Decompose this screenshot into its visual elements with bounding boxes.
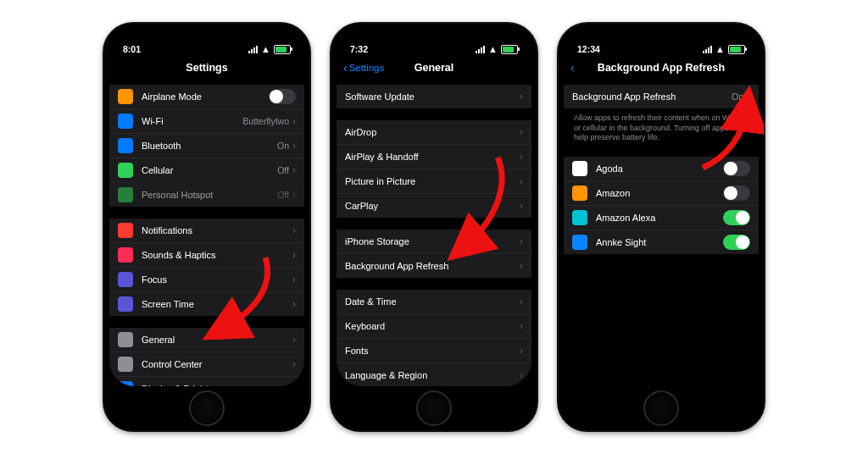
chevron-right-icon: ›: [520, 296, 523, 307]
row-label: Language & Region: [345, 370, 520, 380]
settings-row[interactable]: Language & Region›: [337, 363, 531, 386]
wifi-icon: ▲: [261, 45, 270, 54]
phone-bg-refresh: 12:34 ▲ ‹ Background App Refresh Backgro…: [557, 22, 765, 432]
app-icon: [118, 296, 133, 312]
chevron-right-icon: ›: [292, 140, 296, 152]
status-time: 12:34: [577, 44, 600, 54]
battery-icon: [274, 45, 291, 54]
row-value: On: [732, 91, 743, 102]
chevron-right-icon: ›: [520, 369, 523, 381]
row-label: Personal Hotspot: [142, 190, 277, 200]
page-title: Background App Refresh: [598, 62, 725, 74]
toggle-switch[interactable]: [723, 235, 750, 250]
phone-general: 7:32 ▲ ‹ Settings General Software Updat…: [330, 22, 538, 432]
row-label: Notifications: [142, 225, 292, 235]
back-label: Settings: [349, 63, 385, 73]
phone-settings-root: 8:01 ▲ Settings Airplane ModeWi-FiButter…: [103, 22, 311, 432]
row-label: Cellular: [142, 165, 277, 175]
chevron-right-icon: ›: [520, 126, 523, 138]
battery-icon: [501, 45, 518, 54]
chevron-right-icon: ›: [520, 260, 523, 272]
settings-row[interactable]: CellularOff›: [109, 158, 304, 182]
settings-row[interactable]: Personal HotspotOff›: [109, 182, 304, 207]
cellular-signal-icon: [248, 46, 258, 53]
settings-row[interactable]: Display & Brightness›: [109, 376, 304, 386]
app-icon: [118, 272, 133, 287]
app-icon: [118, 89, 133, 104]
row-label: Software Update: [345, 91, 520, 102]
settings-row[interactable]: Keyboard›: [337, 313, 531, 338]
chevron-right-icon: ›: [520, 345, 523, 357]
row-label: Wi-Fi: [142, 116, 242, 126]
cellular-signal-icon: [703, 46, 712, 53]
settings-row[interactable]: Airplane Mode: [109, 85, 304, 108]
row-label: Airplane Mode: [142, 91, 269, 102]
tutorial-three-phones: 8:01 ▲ Settings Airplane ModeWi-FiButter…: [0, 0, 868, 454]
row-value: Butterflytwo: [242, 116, 289, 126]
dynamic-island: [632, 32, 690, 49]
power-button: [309, 134, 311, 181]
row-label: Bluetooth: [142, 141, 277, 151]
settings-row[interactable]: Amazon: [564, 180, 759, 205]
chevron-right-icon: ›: [747, 91, 750, 102]
chevron-right-icon: ›: [292, 189, 296, 201]
app-icon: [572, 161, 587, 176]
back-button[interactable]: ‹ Settings: [343, 62, 384, 75]
settings-row[interactable]: AirDrop›: [337, 120, 531, 144]
chevron-right-icon: ›: [520, 151, 523, 163]
wifi-icon: ▲: [715, 45, 725, 54]
settings-group: Airplane ModeWi-FiButterflytwo›Bluetooth…: [109, 85, 304, 207]
app-icon: [118, 138, 133, 153]
toggle-switch[interactable]: [723, 210, 750, 225]
app-icon: [118, 247, 133, 263]
home-button[interactable]: [643, 390, 679, 426]
home-button[interactable]: [189, 390, 225, 426]
row-value: Off: [277, 165, 289, 175]
nav-bar: Settings: [109, 56, 304, 80]
row-label: Amazon: [596, 188, 723, 198]
settings-row[interactable]: Notifications›: [109, 219, 304, 242]
annotation-arrow-general: [206, 251, 282, 347]
row-label: AirDrop: [345, 127, 520, 137]
settings-row[interactable]: Annke Sight: [564, 230, 759, 254]
chevron-right-icon: ›: [292, 249, 296, 261]
row-value: Off: [277, 190, 289, 200]
chevron-left-icon: ‹: [343, 61, 348, 75]
volume-down-button: [103, 185, 104, 219]
chevron-right-icon: ›: [520, 91, 523, 102]
chevron-right-icon: ›: [292, 298, 296, 310]
settings-row[interactable]: Wi-FiButterflytwo›: [109, 108, 304, 133]
page-title: General: [415, 62, 454, 74]
battery-icon: [728, 45, 745, 54]
nav-bar: ‹ Settings General: [337, 56, 531, 80]
home-button[interactable]: [416, 390, 452, 426]
app-icon: [118, 223, 133, 238]
settings-row[interactable]: Date & Time›: [337, 290, 531, 313]
app-icon: [118, 114, 133, 129]
chevron-right-icon: ›: [292, 274, 296, 285]
app-icon: [572, 185, 587, 201]
phone-notch: [160, 24, 253, 42]
settings-row[interactable]: Software Update›: [337, 85, 531, 108]
row-label: Date & Time: [345, 296, 520, 307]
settings-row[interactable]: BluetoothOn›: [109, 133, 304, 158]
back-button[interactable]: ‹: [570, 62, 575, 75]
settings-group: Date & Time›Keyboard›Fonts›Language & Re…: [337, 290, 531, 386]
settings-row[interactable]: Control Center›: [109, 352, 304, 376]
chevron-right-icon: ›: [520, 320, 523, 332]
toggle-switch[interactable]: [269, 89, 296, 104]
phone-notch: [387, 24, 481, 42]
home-bar: [559, 386, 764, 430]
settings-row[interactable]: Fonts›: [337, 338, 531, 363]
status-time: 7:32: [350, 44, 368, 54]
settings-group: Software Update›: [337, 85, 531, 108]
app-icon: [572, 235, 587, 250]
toggle-switch[interactable]: [723, 185, 750, 201]
chevron-right-icon: ›: [292, 334, 296, 346]
wifi-icon: ▲: [488, 45, 498, 54]
settings-row[interactable]: Amazon Alexa: [564, 205, 759, 230]
app-icon: [118, 332, 133, 347]
annotation-arrow-on: [686, 102, 762, 181]
chevron-left-icon: ‹: [570, 61, 575, 75]
row-label: Keyboard: [345, 321, 520, 331]
